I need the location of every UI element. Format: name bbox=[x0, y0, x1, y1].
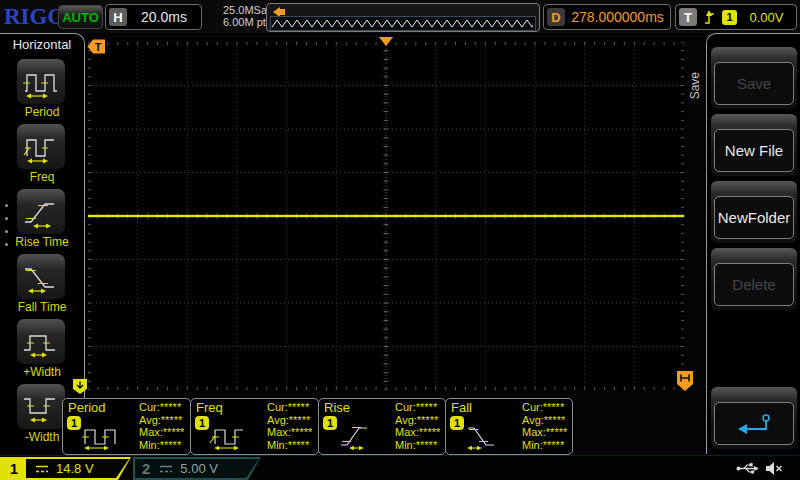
save-softkey-menu: Save New File NewFolder Delete bbox=[706, 33, 800, 454]
channel2-scale: 5.00 V bbox=[180, 461, 218, 476]
stat-avg: Avg:***** bbox=[139, 414, 184, 427]
measure-item-freq[interactable] bbox=[17, 124, 65, 169]
rise-time-icon bbox=[21, 194, 61, 230]
stat-min: Min:***** bbox=[395, 439, 440, 452]
stat-cur: Cur:***** bbox=[395, 401, 440, 414]
channel1-number: 1 bbox=[2, 459, 26, 478]
measure-item-minus-width[interactable] bbox=[17, 384, 65, 429]
measure-item-fall-time[interactable] bbox=[17, 254, 65, 299]
trigger-time-marker: T bbox=[87, 39, 106, 55]
trigger-box: T 1 0.00V bbox=[675, 4, 797, 30]
right-menu-tab-title: Save bbox=[688, 72, 702, 99]
freq-icon bbox=[207, 418, 253, 450]
t-label: T bbox=[679, 8, 697, 26]
channel1-tab[interactable]: 1 14.8 V bbox=[0, 457, 131, 480]
softkey-back[interactable] bbox=[711, 387, 797, 449]
period-icon bbox=[79, 418, 125, 450]
minus-width-icon bbox=[21, 389, 61, 425]
stat-max: Max:***** bbox=[139, 426, 184, 439]
menu-scroll-dot bbox=[5, 204, 8, 207]
stat-min: Min:***** bbox=[522, 439, 567, 452]
plus-width-icon bbox=[21, 324, 61, 360]
softkey-new-file[interactable]: New File bbox=[711, 114, 797, 176]
run-state-badge: AUTO bbox=[58, 5, 103, 29]
rising-edge-icon bbox=[702, 9, 717, 26]
top-status-bar: RIGOL AUTO H 20.0ms 25.0MSa/s 6.00M pts … bbox=[0, 0, 800, 33]
channel-status-bar: 1 14.8 V 2 5.00 V bbox=[0, 455, 800, 480]
trigger-source-badge: 1 bbox=[722, 10, 737, 25]
delay-value: 278.000000ms bbox=[565, 9, 670, 25]
menu-scroll-dot bbox=[5, 243, 8, 246]
d-label: D bbox=[547, 8, 565, 26]
measurement-panel-fall[interactable]: Fall 1 Cur:***** Avg:***** Max:***** Min… bbox=[445, 398, 573, 455]
fall-time-icon bbox=[21, 259, 61, 295]
trigger-level-value: 0.00V bbox=[737, 10, 796, 25]
panel-title: Fall bbox=[451, 400, 472, 415]
measure-label-plus-width: +Width bbox=[0, 365, 84, 379]
stat-avg: Avg:***** bbox=[522, 414, 567, 427]
timebase-value: 20.0ms bbox=[127, 9, 201, 25]
softkey-new-file-label: New File bbox=[714, 129, 794, 172]
stat-cur: Cur:***** bbox=[267, 401, 312, 414]
stat-avg: Avg:***** bbox=[395, 414, 440, 427]
softkey-delete[interactable]: Delete bbox=[711, 248, 797, 310]
stat-min: Min:***** bbox=[139, 439, 184, 452]
stat-min: Min:***** bbox=[267, 439, 312, 452]
delay-box: D 278.000000ms bbox=[543, 4, 671, 30]
trigger-position-marker bbox=[379, 37, 393, 46]
channel2-tab[interactable]: 2 5.00 V bbox=[133, 457, 261, 480]
stat-max: Max:***** bbox=[522, 426, 567, 439]
softkey-save[interactable]: Save bbox=[711, 47, 797, 109]
rise-icon bbox=[335, 418, 381, 450]
softkey-new-folder[interactable]: NewFolder bbox=[711, 181, 797, 243]
return-arrow-icon bbox=[735, 412, 773, 436]
stat-cur: Cur:***** bbox=[139, 401, 184, 414]
measurement-panel-freq[interactable]: Freq 1 Cur:***** Avg:***** Max:***** Min… bbox=[190, 398, 319, 455]
channel2-number: 2 bbox=[142, 460, 150, 477]
menu-scroll-dot bbox=[5, 230, 8, 233]
softkey-delete-label: Delete bbox=[714, 263, 794, 306]
softkey-save-label: Save bbox=[714, 62, 794, 105]
horizontal-timebase-box: H 20.0ms bbox=[105, 4, 202, 30]
measure-label-fall-time: Fall Time bbox=[0, 300, 84, 314]
panel-title: Freq bbox=[196, 400, 223, 415]
stat-max: Max:***** bbox=[267, 426, 312, 439]
dc-coupling-icon bbox=[158, 464, 174, 474]
channel-offscreen-marker bbox=[73, 379, 88, 395]
fall-icon bbox=[462, 418, 508, 450]
dc-coupling-icon bbox=[34, 464, 50, 474]
menu-scroll-dot bbox=[5, 217, 8, 220]
channel1-scale: 14.8 V bbox=[56, 461, 94, 476]
h-label: H bbox=[109, 8, 127, 26]
measure-label-freq: Freq bbox=[0, 170, 84, 184]
trigger-level-offscreen-marker bbox=[677, 371, 694, 392]
softkey-new-folder-label: NewFolder bbox=[714, 196, 794, 239]
measure-item-plus-width[interactable] bbox=[17, 319, 65, 364]
measure-item-rise-time[interactable] bbox=[17, 189, 65, 234]
panel-title: Rise bbox=[324, 400, 350, 415]
usb-icon bbox=[736, 462, 760, 475]
measure-item-period[interactable] bbox=[17, 59, 65, 104]
stat-max: Max:***** bbox=[395, 426, 440, 439]
left-menu-title: Horizontal bbox=[0, 37, 84, 52]
speaker-muted-icon bbox=[764, 461, 784, 476]
svg-text:T: T bbox=[95, 41, 102, 53]
oscilloscope-screen: RIGOL AUTO H 20.0ms 25.0MSa/s 6.00M pts … bbox=[0, 0, 800, 480]
panel-title: Period bbox=[68, 400, 106, 415]
stat-cur: Cur:***** bbox=[522, 401, 567, 414]
channel1-trace bbox=[88, 215, 684, 217]
stat-avg: Avg:***** bbox=[267, 414, 312, 427]
measure-label-rise-time: Rise Time bbox=[0, 235, 84, 249]
preview-wave-window bbox=[270, 16, 536, 31]
freq-icon bbox=[21, 129, 61, 165]
measure-label-period: Period bbox=[0, 105, 84, 119]
measurement-panel-period[interactable]: Period 1 Cur:***** Avg:***** Max:***** M… bbox=[62, 398, 191, 455]
measurement-panel-rise[interactable]: Rise 1 Cur:***** Avg:***** Max:***** Min… bbox=[318, 398, 446, 455]
waveform-preview-bar bbox=[266, 3, 540, 32]
period-icon bbox=[21, 64, 61, 100]
